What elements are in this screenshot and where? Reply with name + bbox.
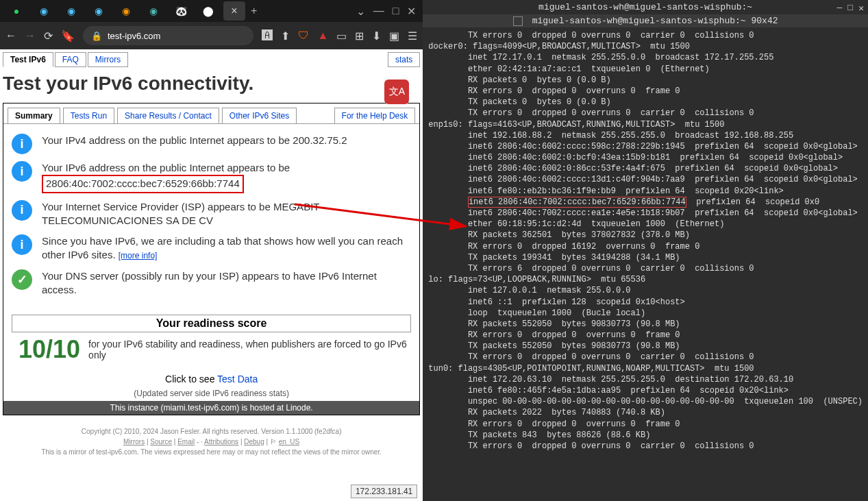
- active-tab[interactable]: ×: [223, 1, 245, 21]
- tab-faq[interactable]: FAQ: [55, 52, 86, 67]
- terminal-line: TX errors 0 dropped 0 overruns 0 carrier…: [428, 352, 863, 363]
- tab-share[interactable]: Share Results / Contact: [117, 108, 219, 123]
- terminal-highlighted-line: inet6 2806:40c:7002:cccc:bec7:6529:66bb:…: [428, 197, 863, 208]
- results-list: i Your IPv4 address on the public Intern…: [3, 124, 419, 309]
- grid-icon[interactable]: [513, 16, 523, 26]
- terminal-line: TX errors 6 dropped 0 overruns 0 carrier…: [428, 263, 863, 274]
- terminal-line: TX errors 0 dropped 0 overruns 0 carrier…: [428, 30, 863, 41]
- extension-icon[interactable]: ⊞: [355, 29, 364, 42]
- terminal-line: TX packets 0 bytes 0 (0.0 B): [428, 97, 863, 108]
- terminal-line: TX packets 552050 bytes 90830773 (90.8 M…: [428, 341, 863, 352]
- term-close-icon[interactable]: ✕: [858, 3, 864, 14]
- footer-attributions[interactable]: Attributions: [204, 438, 238, 445]
- content-box: Summary Tests Run Share Results / Contac…: [3, 103, 420, 415]
- ipv6-text: Your IPv6 address on the public Internet…: [42, 161, 290, 193]
- tab-stats[interactable]: stats: [388, 52, 420, 67]
- updated-note: (Updated server side IPv6 readiness stat…: [3, 389, 419, 401]
- test-data-row: Click to see Test Data: [3, 369, 419, 389]
- wallet-icon[interactable]: ▭: [336, 29, 347, 42]
- wifi-icon-1[interactable]: ◉: [36, 3, 52, 19]
- page-content: Test IPv6 FAQ Mirrors stats Test your IP…: [0, 49, 423, 501]
- close-window-icon[interactable]: ✕: [407, 5, 416, 18]
- footer-locale[interactable]: en_US: [279, 438, 300, 445]
- term-minimize-icon[interactable]: —: [837, 3, 843, 14]
- new-tab-button[interactable]: +: [251, 5, 257, 17]
- bookmark-icon[interactable]: 🔖: [61, 29, 75, 42]
- terminal-line: unspec 00-00-00-00-00-00-00-00-00-00-00-…: [428, 396, 863, 407]
- share-icon[interactable]: ⬆: [281, 29, 290, 42]
- terminal-line: inet6 2806:40c:6002:cccc:598c:2788:229b:…: [428, 141, 863, 152]
- tab-help-desk[interactable]: For the Help Desk: [334, 108, 416, 123]
- tab-test-ipv6[interactable]: Test IPv6: [3, 52, 53, 67]
- url-bar[interactable]: 🔒 test-ipv6.com: [83, 26, 253, 45]
- terminal-line: RX packets 552050 bytes 90830773 (90.8 M…: [428, 319, 863, 330]
- back-button[interactable]: ←: [5, 29, 16, 42]
- browser-tab-bar: ● ◉ ◉ ◉ ◉ ◉ 🐼 ⬤ × + ⌄ — □ ✕: [0, 0, 423, 22]
- browser-nav-bar: ← → ⟳ 🔖 🔒 test-ipv6.com 🅰 ⬆ 🛡 ▲ ▭ ⊞ ⬇ ▣ …: [0, 22, 423, 49]
- footer-source[interactable]: Source: [150, 438, 172, 445]
- triangle-icon[interactable]: ▲: [317, 29, 328, 42]
- terminal-window: miguel-santos-wh@miguel-santos-wisphub:~…: [423, 0, 868, 501]
- forward-button[interactable]: →: [25, 29, 36, 42]
- result-tab-note: i Since you have IPv6, we are including …: [12, 234, 407, 262]
- close-tab-icon[interactable]: ×: [231, 5, 237, 17]
- terminal-line: TX packets 199341 bytes 34194288 (34.1 M…: [428, 252, 863, 263]
- info-icon: i: [12, 234, 32, 255]
- github-icon[interactable]: ⬤: [200, 3, 216, 19]
- terminal-line: ether 60:18:95:1c:d2:4d txqueuelen 1000 …: [428, 219, 863, 230]
- terminal-size-header: miguel-santos-wh@miguel-santos-wisphub:~…: [423, 14, 868, 27]
- isp-text: Your Internet Service Provider (ISP) app…: [42, 200, 407, 228]
- download-icon[interactable]: ⬇: [372, 29, 381, 42]
- ip-badge: 172.233.181.41: [351, 485, 417, 498]
- tab-tests-run[interactable]: Tests Run: [63, 108, 114, 123]
- brave-icon[interactable]: 🛡: [298, 29, 309, 42]
- wifi-icon-3[interactable]: ◉: [90, 3, 107, 19]
- info-icon: i: [12, 200, 32, 221]
- copyright-text: Copyright (C) 2010, 2024 Jason Fesler. A…: [14, 426, 409, 437]
- check-icon: ✓: [12, 269, 32, 290]
- tab-other-sites[interactable]: Other IPv6 Sites: [222, 108, 297, 123]
- page-title: Test your IPv6 connectivity.: [0, 67, 423, 103]
- chevron-down-icon[interactable]: ⌄: [356, 5, 365, 18]
- wifi-icon-2[interactable]: ◉: [63, 3, 79, 19]
- terminal-line: TX packets 843 bytes 88626 (88.6 KB): [428, 430, 863, 441]
- translate-icon[interactable]: 🅰: [262, 29, 273, 42]
- terminal-title: miguel-santos-wh@miguel-santos-wisphub:~…: [423, 0, 868, 14]
- terminal-line: inet6 fe80::eb2b:bc36:1f9e:bb9 prefixlen…: [428, 186, 863, 197]
- menu-icon[interactable]: ☰: [408, 29, 417, 42]
- result-dns: ✓ Your DNS server (possibly run by your …: [12, 269, 407, 297]
- test-data-link[interactable]: Test Data: [217, 374, 258, 384]
- more-info-link[interactable]: [more info]: [119, 251, 158, 260]
- footer-mirrors[interactable]: Mirrors: [123, 438, 145, 445]
- content-tabs: Summary Tests Run Share Results / Contac…: [3, 103, 419, 124]
- term-maximize-icon[interactable]: □: [847, 3, 853, 14]
- app-icon-orange[interactable]: ◉: [118, 3, 134, 19]
- language-badge[interactable]: 文A: [384, 80, 409, 104]
- readiness-score: 10/10: [18, 335, 80, 364]
- minimize-icon[interactable]: —: [373, 5, 384, 17]
- terminal-line: inet6 2806:40c:6002:0:86cc:53fe:4a4f:675…: [428, 163, 863, 174]
- whatsapp-icon[interactable]: ●: [8, 3, 25, 19]
- result-ipv6: i Your IPv6 address on the public Intern…: [12, 161, 407, 193]
- terminal-line: ether 02:42:1a:a7:ac:c1 txqueuelen 0 (Et…: [428, 64, 863, 75]
- panda-icon[interactable]: 🐼: [173, 3, 189, 19]
- ipv4-text: Your IPv4 address on the public Internet…: [42, 134, 347, 147]
- tabs-icon[interactable]: ▣: [389, 29, 399, 42]
- footer-email[interactable]: Email: [177, 438, 195, 445]
- reload-button[interactable]: ⟳: [44, 29, 53, 42]
- maximize-icon[interactable]: □: [393, 5, 399, 17]
- terminal-line: docker0: flags=4099<UP,BROADCAST,MULTICA…: [428, 41, 863, 52]
- tab-summary[interactable]: Summary: [8, 108, 60, 123]
- info-icon: i: [12, 161, 32, 182]
- app-icon-teal[interactable]: ◉: [145, 3, 162, 19]
- terminal-line: inet 172.17.0.1 netmask 255.255.0.0 broa…: [428, 52, 863, 63]
- terminal-line: RX errors 0 dropped 0 overruns 0 frame 0: [428, 330, 863, 341]
- url-text: test-ipv6.com: [108, 31, 160, 41]
- terminal-line: RX packets 362501 bytes 378027832 (378.0…: [428, 230, 863, 241]
- terminal-line: inet 127.0.0.1 netmask 255.0.0.0: [428, 285, 863, 296]
- result-ipv4: i Your IPv4 address on the public Intern…: [12, 134, 407, 154]
- footer-debug[interactable]: Debug: [244, 438, 264, 445]
- tab-mirrors[interactable]: Mirrors: [88, 52, 128, 67]
- terminal-body[interactable]: TX errors 0 dropped 0 overruns 0 carrier…: [423, 27, 868, 501]
- tab-note-text: Since you have IPv6, we are including a …: [42, 234, 407, 262]
